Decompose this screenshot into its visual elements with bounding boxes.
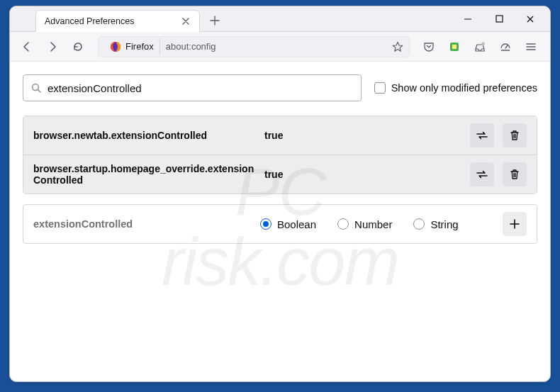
close-tab-icon[interactable] [178,13,194,29]
search-row: Show only modified preferences [23,74,537,101]
tab-title: Advanced Preferences [45,16,172,26]
url-bar[interactable]: Firefox about:config [98,36,410,57]
titlebar: Advanced Preferences [10,6,550,32]
svg-rect-3 [452,45,457,49]
firefox-logo-icon [110,41,121,52]
app-menu-button[interactable] [522,38,540,56]
type-radio-number[interactable]: Number [337,218,392,230]
type-radio-string[interactable]: String [413,218,458,230]
svg-rect-0 [496,16,503,22]
reload-button[interactable] [68,37,88,57]
minimize-button[interactable] [461,12,475,26]
type-radio-boolean[interactable]: Boolean [260,218,316,230]
svg-point-4 [481,42,485,45]
close-window-button[interactable] [523,12,537,26]
extension-icon[interactable] [445,38,464,56]
show-modified-checkbox[interactable]: Show only modified preferences [374,82,537,94]
new-pref-row: extensionControlled Boolean Number Strin… [23,204,537,244]
show-modified-label: Show only modified preferences [391,82,537,94]
url-text: about:config [166,41,386,52]
identity-box[interactable]: Firefox [104,38,160,55]
toolbar-icons [420,38,543,56]
inbox-icon[interactable] [471,38,489,56]
delete-button[interactable] [503,162,527,186]
browser-tab[interactable]: Advanced Preferences [35,10,200,32]
about-config-content: Show only modified preferences browser.n… [10,62,550,258]
radio-label: String [430,218,458,230]
identity-label: Firefox [125,41,154,52]
forward-button[interactable] [43,37,62,57]
navigation-toolbar: Firefox about:config [10,32,550,62]
pref-name: browser.newtab.extensionControlled [33,130,260,141]
new-pref-type-group: Boolean Number String [260,218,498,230]
pref-value: true [264,169,461,180]
maximize-button[interactable] [492,12,506,26]
pref-row[interactable]: browser.newtab.extensionControlled true [23,116,537,155]
pref-table: browser.newtab.extensionControlled true … [23,116,537,194]
window-controls [455,6,550,31]
pref-row[interactable]: browser.startup.homepage_override.extens… [23,155,537,194]
browser-window: Advanced Preferences [9,6,551,382]
bookmark-star-icon[interactable] [392,41,403,52]
new-pref-name: extensionControlled [33,218,260,230]
toggle-button[interactable] [470,123,494,147]
radio-icon [260,218,271,230]
pocket-icon[interactable] [420,38,438,56]
new-tab-button[interactable] [207,13,223,28]
radio-icon [337,218,349,230]
delete-button[interactable] [503,123,527,147]
add-pref-button[interactable] [503,212,527,236]
dashboard-icon[interactable] [496,38,515,56]
pref-name: browser.startup.homepage_override.extens… [33,163,260,186]
radio-icon [413,218,425,230]
checkbox-icon [374,82,386,94]
radio-label: Number [354,218,392,230]
back-button[interactable] [17,37,37,57]
search-icon [30,82,42,94]
toggle-button[interactable] [470,162,494,186]
pref-search-input[interactable] [47,82,354,94]
pref-value: true [264,130,461,141]
pref-search-box[interactable] [23,74,362,101]
radio-label: Boolean [277,218,316,230]
